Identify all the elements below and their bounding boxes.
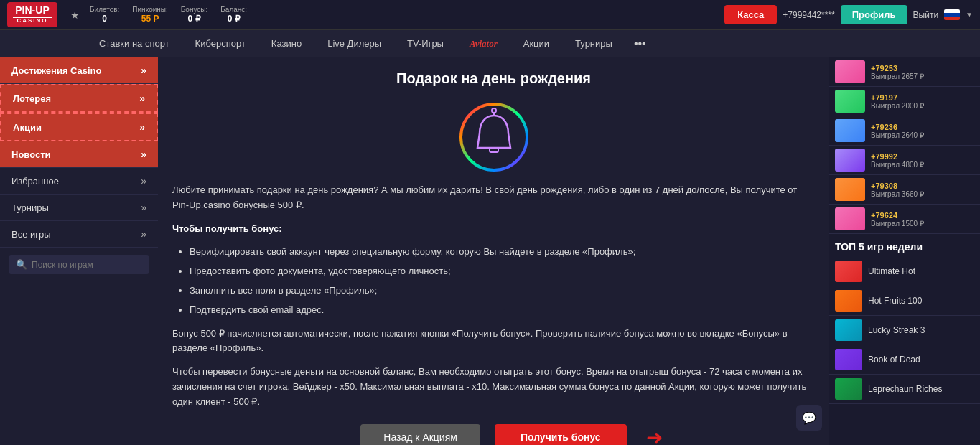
winner-thumb [835,119,865,142]
main-layout: Достижения Casino » Лотерея » Акции » Но… [0,57,980,445]
req-item-4: Подтвердить свой email адрес. [190,303,815,318]
sidebar-item-news[interactable]: Новости » [0,141,158,168]
flag-icon [944,9,960,20]
chevron-right-icon-7: » [141,228,146,240]
req-item-3: Заполнить все поля в разделе «Профиль»; [190,284,815,299]
req-item-2: Предоставить фото документа, удостоверяю… [190,264,815,279]
top5-header: ТОП 5 игр недели [829,234,980,257]
top5-item-1[interactable]: Hot Fruits 100 [829,286,980,316]
nav-item-tv[interactable]: TV-Игры [394,30,457,57]
bonuses: Бонусы: 0 ₽ [181,6,208,24]
sidebar-item-tournaments-label: Турниры [11,202,49,213]
cta-label: Чтобы получить бонус: [172,223,282,234]
winner-amount: Выиграл 4800 ₽ [871,161,924,169]
top5-item-3[interactable]: Book of Dead [829,345,980,375]
nav-item-sport[interactable]: Ставки на спорт [86,30,182,57]
winner-info: +79624 Выиграл 1500 ₽ [871,211,924,228]
chevron-right-icon: » [141,65,146,76]
sidebar-item-tournaments[interactable]: Турниры » [0,195,158,221]
nav: Ставки на спорт Киберспорт Казино Live Д… [0,30,980,57]
sidebar-item-all-games[interactable]: Все игры » [0,221,158,248]
nav-item-tournaments[interactable]: Турниры [562,30,625,57]
winner-item-4: +79308 Выиграл 3660 ₽ [829,175,980,205]
chevron-right-icon-6: » [141,202,146,213]
winner-item-0: +79253 Выиграл 2657 ₽ [829,57,980,87]
chat-button[interactable]: 💬 [796,405,822,431]
tickets-label: Билетов: [90,6,119,14]
main-content: Подарок на день рождения [158,57,829,445]
tickets: Билетов: 0 [90,6,119,24]
svg-rect-1 [490,148,498,152]
sidebar-item-favorites-label: Избранное [11,176,59,187]
ticket-group: Билетов: 0 Пинкоины: 55 P Бонусы: 0 ₽ Ба… [90,6,247,24]
sidebar-item-lottery[interactable]: Лотерея » [0,84,158,113]
phone-button[interactable]: +7999442**** [783,10,834,20]
balance-val: 0 ₽ [228,14,241,24]
winner-thumb [835,149,865,172]
winner-info: +79253 Выиграл 2657 ₽ [871,64,924,80]
nav-item-casino[interactable]: Казино [258,30,314,57]
top5-game-name: Hot Fruits 100 [868,296,922,306]
top5-game-name: Leprechaun Riches [868,384,942,394]
search-icon: 🔍 [16,259,27,270]
search-input[interactable] [32,260,142,270]
balance: Баланс: 0 ₽ [220,6,247,24]
header-info: ★ Билетов: 0 Пинкоины: 55 P Бонусы: 0 ₽ … [70,6,247,24]
winner-info: +79236 Выиграл 2640 ₽ [871,123,924,139]
nav-item-promo[interactable]: Акции [510,30,562,57]
winner-thumb [835,207,865,230]
sidebar-item-favorites[interactable]: Избранное » [0,168,158,195]
star-icon: ★ [70,9,80,21]
kassa-button[interactable]: Касса [724,5,777,24]
top5-item-4[interactable]: Leprechaun Riches [829,375,980,404]
chevron-right-icon-5: » [141,175,146,187]
winner-name: +79236 [871,123,924,131]
winner-thumb [835,178,865,201]
pincoins: Пинкоины: 55 P [132,6,167,24]
exit-button[interactable]: Выйти [913,10,939,20]
bonus-label: Бонусы: [181,6,208,14]
winner-thumb [835,60,865,83]
content-footer: Назад к Акциям Получить бонус ➜ [172,424,815,445]
winner-amount: Выиграл 3660 ₽ [871,190,924,198]
header: PIN-UP CASINO ★ Билетов: 0 Пинкоины: 55 … [0,0,980,30]
pincoins-val: 55 P [141,14,159,24]
top5-game-name: Book of Dead [868,355,920,365]
chevron-right-icon-4: » [141,149,146,160]
top5-thumb [835,261,862,282]
top5-item-2[interactable]: Lucky Streak 3 [829,316,980,345]
paragraph3: Чтобы перевести бонусные деньги на основ… [172,365,815,409]
sidebar-search: 🔍 [9,255,149,274]
logo-line2: CASINO [13,17,52,24]
profile-button[interactable]: Профиль [841,5,907,24]
req-item-1: Верифицировать свой аккаунт через специа… [190,245,815,260]
winner-amount: Выиграл 2000 ₽ [871,102,924,110]
nav-item-aviator[interactable]: Aviator [457,30,510,57]
winner-info: +79197 Выиграл 2000 ₽ [871,93,924,110]
balance-label: Баланс: [220,6,247,14]
get-bonus-button[interactable]: Получить бонус [495,424,627,445]
back-button[interactable]: Назад к Акциям [360,424,480,445]
sidebar-item-actions[interactable]: Акции » [0,113,158,141]
paragraph2: Бонус 500 ₽ начисляется автоматически, п… [172,327,815,357]
top5-item-0[interactable]: Ultimate Hot [829,257,980,286]
sidebar-item-news-label: Новости [11,149,51,160]
pincoins-label: Пинкоины: [132,6,167,14]
nav-item-live[interactable]: Live Дилеры [314,30,394,57]
winner-amount: Выиграл 1500 ₽ [871,220,924,228]
winners-list: +79253 Выиграл 2657 ₽ +79197 Выиграл 200… [829,57,980,234]
winner-item-2: +79236 Выиграл 2640 ₽ [829,116,980,146]
winner-name: +79992 [871,152,924,161]
chevron-right-icon-2: » [139,93,145,104]
sidebar-item-all-games-label: Все игры [11,229,51,240]
tickets-val: 0 [102,14,107,24]
sidebar-item-achievements[interactable]: Достижения Casino » [0,57,158,84]
winner-name: +79624 [871,211,924,220]
nav-item-esport[interactable]: Киберспорт [182,30,258,57]
winner-item-1: +79197 Выиграл 2000 ₽ [829,87,980,116]
top5-list: Ultimate Hot Hot Fruits 100 Lucky Streak… [829,257,980,404]
nav-more-button[interactable]: ••• [625,37,655,50]
winner-name: +79197 [871,93,924,102]
get-bonus-container: Получить бонус ➜ [495,424,627,445]
chevron-down-icon: ▼ [966,11,973,19]
